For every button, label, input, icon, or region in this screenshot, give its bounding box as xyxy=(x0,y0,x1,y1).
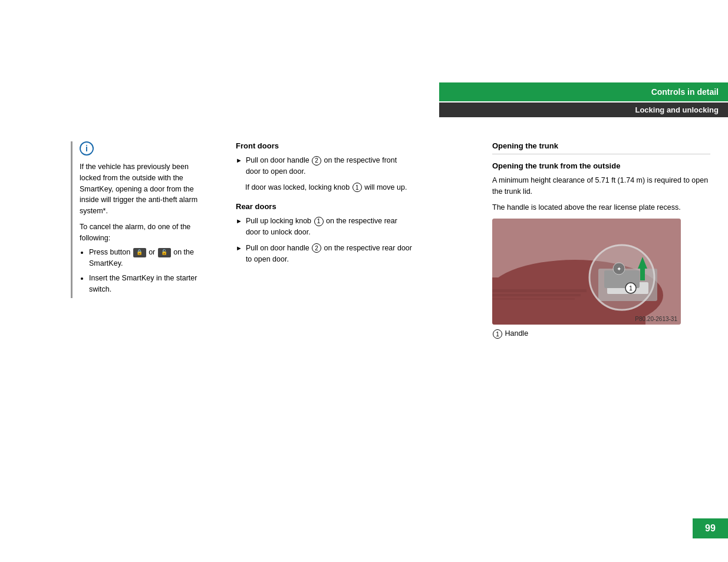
circle-num-1a: 1 xyxy=(353,183,362,192)
rear-door-step1: ► Pull up locking knob 1 on the respecti… xyxy=(236,216,413,238)
circle-num-2a: 2 xyxy=(312,156,321,166)
arrow-icon-1: ► xyxy=(236,156,242,166)
arrow-icon-2: ► xyxy=(236,216,242,226)
circle-num-handle: 1 xyxy=(493,329,502,339)
info-paragraph1: If the vehicle has previously been locke… xyxy=(80,161,206,217)
front-doors-heading: Front doors xyxy=(236,141,413,150)
trunk-text2: The handle is located above the rear lic… xyxy=(492,202,710,213)
page-number: 99 xyxy=(693,518,728,538)
circle-num-2b: 2 xyxy=(312,243,321,253)
controls-in-detail-label: Controls in detail xyxy=(439,82,728,101)
image-code: P80.20-2613-31 xyxy=(635,316,677,322)
svg-text:✦: ✦ xyxy=(617,266,621,272)
rear-door-step2: ► Pull on door handle 2 on the respectiv… xyxy=(236,243,413,265)
front-door-note: If door was locked, locking knob 1 will … xyxy=(245,182,413,193)
cancel-intro: To cancel the alarm, do one of the follo… xyxy=(80,222,206,244)
header-bar: Controls in detail Locking and unlocking xyxy=(439,82,728,117)
car-illustration: ✦ 1 xyxy=(492,219,681,325)
front-door-step1-text: Pull on door handle 2 on the respective … xyxy=(246,155,413,177)
trunk-text1: A minimum height clearance of 5.71 ft (1… xyxy=(492,175,710,197)
page: Controls in detail Locking and unlocking… xyxy=(0,0,728,562)
handle-label: 1 Handle xyxy=(492,329,710,339)
handle-text: Handle xyxy=(505,330,528,338)
smartkey-btn-lock: 🔒 xyxy=(133,248,146,257)
info-icon: i xyxy=(80,141,94,156)
circle-num-1b: 1 xyxy=(314,217,324,226)
right-content: Opening the trunk Opening the trunk from… xyxy=(492,141,710,339)
smartkey-btn-unlock: 🔓 xyxy=(158,248,171,257)
front-door-step1: ► Pull on door handle 2 on the respectiv… xyxy=(236,155,413,177)
car-image: ✦ 1 P80.20-2613-31 xyxy=(492,219,681,325)
svg-rect-14 xyxy=(492,294,581,296)
svg-rect-15 xyxy=(492,298,575,300)
bullet-list: Press button 🔒 or 🔓 on the SmartKey. Ins… xyxy=(80,247,206,295)
trunk-section-heading: Opening the trunk xyxy=(492,141,710,154)
trunk-subheading: Opening the trunk from the outside xyxy=(492,161,710,170)
rear-door-step2-text: Pull on door handle 2 on the respective … xyxy=(246,243,413,265)
svg-rect-13 xyxy=(492,289,587,292)
arrow-icon-3: ► xyxy=(236,243,242,253)
rear-doors-heading: Rear doors xyxy=(236,202,413,211)
locking-unlocking-label: Locking and unlocking xyxy=(439,103,728,117)
rear-door-step1-text: Pull up locking knob 1 on the respective… xyxy=(246,216,413,238)
bullet-item-1: Press button 🔒 or 🔓 on the SmartKey. xyxy=(89,247,206,269)
bullet-item-2: Insert the SmartKey in the starter switc… xyxy=(89,273,206,295)
center-content: Front doors ► Pull on door handle 2 on t… xyxy=(236,141,413,269)
info-box: i If the vehicle has previously been loc… xyxy=(71,141,206,298)
svg-text:1: 1 xyxy=(629,285,633,292)
